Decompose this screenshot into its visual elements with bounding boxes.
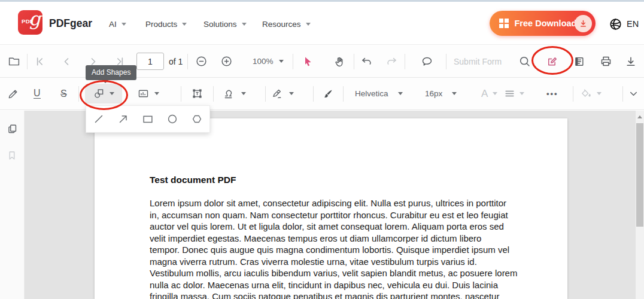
collapse-toolbar-icon[interactable] [628, 78, 639, 109]
zoom-level-dropdown[interactable]: 100% [253, 45, 284, 77]
divider [27, 54, 28, 69]
divider [187, 54, 188, 69]
nav-solutions[interactable]: Solutions [203, 20, 247, 29]
document-text-line: in, accumsan non quam. Nam consectetur p… [150, 209, 517, 221]
nav-solutions-label: Solutions [203, 20, 237, 29]
ellipsis-icon: ••• [546, 89, 558, 98]
submit-form-button[interactable]: Submit Form [454, 45, 502, 77]
shape-circle-option[interactable] [160, 107, 184, 131]
document-text-line: tempor. Donec quis augue quis magna cond… [150, 244, 517, 256]
shape-arrow-option[interactable] [111, 107, 135, 131]
page-view-icon[interactable] [573, 45, 585, 77]
chevron-down-icon [154, 92, 159, 95]
chevron-down-icon [182, 23, 187, 26]
chevron-down-icon [289, 92, 294, 95]
chevron-down-icon [110, 92, 114, 95]
download-file-icon[interactable] [625, 45, 637, 77]
chevron-down-icon [121, 23, 126, 26]
first-page-icon[interactable] [34, 45, 45, 77]
pdfgear-logo[interactable]: PDF g [18, 10, 42, 35]
page-number-input[interactable] [136, 53, 164, 70]
chevron-down-icon [597, 92, 602, 95]
divider [573, 86, 573, 102]
windows-logo-icon [499, 19, 509, 28]
print-icon[interactable] [600, 45, 612, 77]
text-align-dropdown[interactable] [504, 78, 524, 109]
underline-icon[interactable]: U [34, 78, 41, 109]
chevron-down-icon [306, 23, 311, 26]
divider [265, 86, 266, 102]
nav-resources[interactable]: Resources [262, 20, 311, 29]
shape-rectangle-option[interactable] [136, 107, 160, 131]
pdf-page[interactable]: Test document PDF Lorem ipsum dolor sit … [95, 118, 567, 299]
align-icon [504, 88, 515, 99]
select-tool-icon[interactable] [302, 45, 314, 77]
edit-pdf-icon[interactable] [546, 45, 558, 77]
image-icon [137, 87, 150, 100]
language-selector[interactable]: EN [627, 19, 639, 29]
hand-tool-icon[interactable] [333, 45, 345, 77]
scrollbar-thumb[interactable] [636, 123, 643, 227]
signature-pen-icon [271, 87, 284, 100]
open-file-icon[interactable] [8, 45, 20, 77]
chevron-down-icon [279, 60, 284, 63]
font-family-dropdown[interactable]: Helvetica [355, 78, 403, 109]
format-brush-icon[interactable] [322, 78, 334, 109]
divider [213, 86, 214, 102]
font-size-dropdown[interactable]: 16px [425, 78, 457, 109]
comment-icon[interactable] [421, 45, 433, 77]
search-icon[interactable] [518, 45, 531, 77]
document-text-line: auctor vel quis lorem. Ut et ligula dolo… [150, 221, 517, 233]
undo-icon[interactable] [360, 45, 373, 77]
document-title: Test document PDF [150, 175, 236, 185]
add-shapes-button[interactable] [85, 84, 122, 103]
stamp-button[interactable] [222, 78, 246, 109]
divider [622, 86, 623, 102]
nav-products-label: Products [145, 20, 177, 29]
fill-color-dropdown[interactable] [581, 78, 602, 109]
document-text-line: Lorem ipsum dolor sit amet, consectetur … [150, 197, 517, 209]
scrollbar-up-arrow-icon[interactable] [637, 115, 642, 118]
divider [405, 54, 405, 69]
nav-ai-label: AI [109, 20, 117, 29]
divider [446, 54, 446, 69]
page-count-label: of 1 [169, 45, 183, 77]
free-download-button[interactable]: Free Download [490, 11, 596, 36]
signature-button[interactable] [271, 78, 294, 109]
site-header: PDF g PDFgear AI Products Solutions Reso… [0, 2, 644, 45]
globe-language-icon[interactable] [609, 17, 622, 31]
nav-products[interactable]: Products [145, 20, 187, 29]
document-text-line: fringilla massa. Cum sociis natoque pena… [150, 291, 517, 299]
download-arrow-icon[interactable] [575, 15, 592, 32]
shape-polygon-option[interactable] [185, 107, 209, 131]
shape-line-option[interactable] [87, 107, 111, 131]
document-text-line: nulla ac dolor. Maecenas urna elit, tinc… [150, 279, 517, 291]
zoom-out-icon[interactable] [195, 45, 208, 77]
nav-resources-label: Resources [262, 20, 301, 29]
previous-page-icon[interactable] [60, 45, 72, 77]
free-download-label: Free Download [515, 19, 577, 28]
chevron-down-icon [452, 92, 457, 95]
font-color-glyph: A [481, 88, 488, 100]
logo-g-glyph: g [29, 8, 41, 29]
thumbnails-pages-icon[interactable] [7, 123, 18, 135]
shapes-icon [93, 87, 105, 100]
divider [293, 54, 293, 69]
document-text-line: velit imperdiet egestas. Maecenas tempus… [150, 233, 517, 245]
font-color-dropdown[interactable]: A [481, 78, 497, 109]
divider [78, 86, 79, 102]
vertical-scrollbar[interactable] [636, 111, 644, 299]
bookmarks-icon[interactable] [7, 150, 17, 161]
font-size-value: 16px [425, 89, 442, 98]
pencil-annotate-icon[interactable] [7, 78, 19, 109]
redo-icon[interactable] [385, 45, 398, 77]
strikethrough-icon[interactable]: S [60, 78, 67, 109]
zoom-level-value: 100% [253, 57, 274, 66]
more-options-button[interactable]: ••• [546, 78, 558, 109]
brand-name: PDFgear [49, 17, 92, 30]
nav-ai[interactable]: AI [109, 20, 126, 29]
zoom-in-icon[interactable] [220, 45, 233, 77]
strikethrough-glyph: S [60, 89, 67, 99]
chevron-down-icon [520, 92, 524, 95]
shapes-dropdown-panel [86, 105, 210, 133]
